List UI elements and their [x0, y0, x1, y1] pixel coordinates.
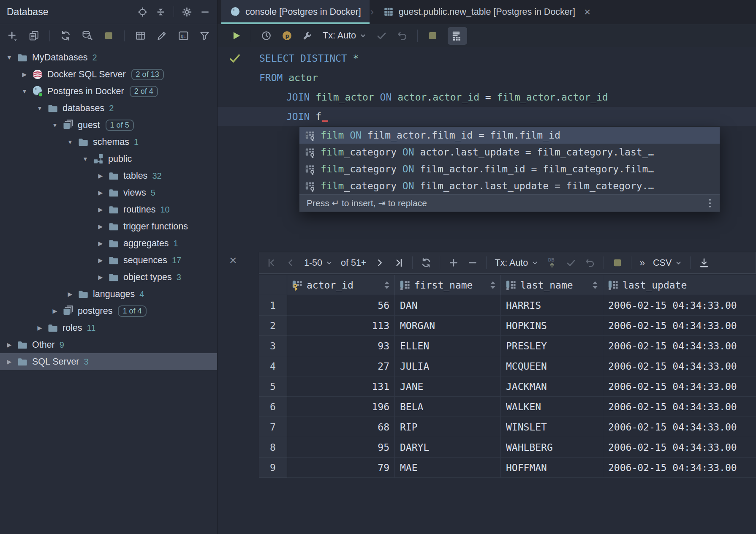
add-row-icon[interactable]: [448, 257, 459, 268]
cell-actor_id[interactable]: 79: [287, 458, 395, 478]
tree-item-routines[interactable]: ▶routines10: [0, 201, 217, 218]
edit-icon[interactable]: [156, 30, 168, 41]
table-row[interactable]: 393ELLENPRESLEY2006-02-15 04:34:33.00: [259, 336, 756, 356]
tree-expand-arrow[interactable]: ▶: [95, 189, 106, 196]
tab-guest-public-new-table[interactable]: guest.public.new_table [Postgres in Dock…: [375, 0, 599, 24]
table-row[interactable]: 427JULIAMCQUEEN2006-02-15 04:34:33.00: [259, 356, 756, 376]
completion-item[interactable]: film_category ON film_actor.last_update …: [299, 177, 720, 194]
tree-item-views[interactable]: ▶views5: [0, 184, 217, 201]
submit-db-icon[interactable]: DB: [547, 257, 557, 268]
tree-expand-arrow[interactable]: ▶: [95, 240, 106, 247]
cell-first_name[interactable]: BELA: [395, 397, 501, 417]
tree-item-public[interactable]: ▼public: [0, 150, 217, 167]
cell-last_name[interactable]: WALKEN: [501, 397, 603, 417]
completion-item[interactable]: film_category ON film_actor.film_id = fi…: [299, 161, 720, 177]
cell-actor_id[interactable]: 95: [287, 437, 395, 458]
cell-last_name[interactable]: PRESLEY: [501, 336, 603, 356]
sort-toggle-icon[interactable]: [593, 281, 598, 289]
previous-page-icon[interactable]: [285, 257, 296, 268]
commit-icon[interactable]: [376, 30, 387, 41]
chevrons-right-icon[interactable]: »: [639, 257, 645, 269]
cell-last_name[interactable]: JACKMAN: [501, 376, 603, 397]
hidden-tabs-chevron-icon[interactable]: ›: [370, 6, 374, 18]
code-line[interactable]: SELECT DISTINCT *: [218, 49, 756, 68]
tree-item-databases[interactable]: ▼databases2: [0, 100, 217, 117]
close-tab-icon[interactable]: ×: [584, 6, 590, 17]
cell-last_update[interactable]: 2006-02-15 04:34:33.00: [603, 295, 756, 316]
tree-item-other[interactable]: ▶Other9: [0, 336, 217, 353]
tree-item-trigger-functions[interactable]: ▶trigger functions: [0, 218, 217, 235]
tree-collapse-arrow[interactable]: ▼: [80, 155, 90, 162]
history-icon[interactable]: [261, 30, 272, 41]
cell-actor_id[interactable]: 131: [287, 376, 395, 397]
in-editor-results-toggle[interactable]: [448, 27, 467, 45]
completion-item[interactable]: film_category ON actor.last_update = fil…: [299, 144, 720, 161]
table-row[interactable]: 156DANHARRIS2006-02-15 04:34:33.00: [259, 295, 756, 316]
cell-last_update[interactable]: 2006-02-15 04:34:33.00: [603, 397, 756, 417]
data-source-properties-icon[interactable]: [82, 30, 93, 41]
table-view-icon[interactable]: [135, 30, 146, 41]
locate-icon[interactable]: [137, 7, 148, 17]
tree-expand-arrow[interactable]: ▶: [19, 71, 30, 78]
cell-last_update[interactable]: 2006-02-15 04:34:33.00: [603, 316, 756, 336]
table-row[interactable]: 895DARYLWAHLBERG2006-02-15 04:34:33.00: [259, 437, 756, 458]
tree-item-tables[interactable]: ▶tables32: [0, 167, 217, 184]
cell-actor_id[interactable]: 27: [287, 356, 395, 376]
column-header-last-name[interactable]: last_name: [501, 275, 603, 295]
tree-expand-arrow[interactable]: ▶: [35, 324, 45, 331]
cell-last_name[interactable]: WAHLBERG: [501, 437, 603, 458]
sort-toggle-icon[interactable]: [490, 281, 496, 289]
cell-first_name[interactable]: JANE: [395, 376, 501, 397]
first-page-icon[interactable]: [266, 257, 277, 268]
cell-actor_id[interactable]: 196: [287, 397, 395, 417]
code-line[interactable]: JOIN film_actor ON actor.actor_id = film…: [218, 87, 756, 107]
add-data-source-button[interactable]: [7, 30, 18, 41]
code-line[interactable]: JOIN f: [218, 107, 756, 126]
cell-last_update[interactable]: 2006-02-15 04:34:33.00: [603, 336, 756, 356]
results-tx-mode-select[interactable]: Tx: Auto: [495, 258, 538, 268]
table-row[interactable]: 979MAEHOFFMAN2006-02-15 04:34:33.00: [259, 458, 756, 478]
stop-icon[interactable]: [103, 30, 114, 41]
cell-first_name[interactable]: JULIA: [395, 356, 501, 376]
sort-toggle-icon[interactable]: [384, 281, 390, 289]
more-options-icon[interactable]: [707, 197, 712, 209]
gear-icon[interactable]: [182, 7, 192, 17]
cell-last_update[interactable]: 2006-02-15 04:34:33.00: [603, 458, 756, 478]
tree-item-object-types[interactable]: ▶object types3: [0, 269, 217, 286]
cell-last_name[interactable]: MCQUEEN: [501, 356, 603, 376]
cell-last_update[interactable]: 2006-02-15 04:34:33.00: [603, 437, 756, 458]
tree-item-postgres[interactable]: ▶postgres1 of 4: [0, 302, 217, 319]
cell-last_name[interactable]: HOPKINS: [501, 316, 603, 336]
tree-expand-arrow[interactable]: ▶: [95, 257, 106, 264]
cell-first_name[interactable]: MAE: [395, 458, 501, 478]
rollback-icon[interactable]: [585, 257, 596, 268]
cell-last_update[interactable]: 2006-02-15 04:34:33.00: [603, 356, 756, 376]
cell-first_name[interactable]: ELLEN: [395, 336, 501, 356]
column-header-last-update[interactable]: last_update: [603, 275, 756, 295]
delete-row-icon[interactable]: [467, 257, 478, 268]
tree-collapse-arrow[interactable]: ▼: [4, 54, 14, 61]
download-icon[interactable]: [699, 257, 710, 268]
code-line[interactable]: FROM actor: [218, 68, 756, 87]
tree-expand-arrow[interactable]: ▶: [50, 308, 60, 314]
tree-collapse-arrow[interactable]: ▼: [19, 88, 30, 95]
cell-first_name[interactable]: MORGAN: [395, 316, 501, 336]
cell-last_update[interactable]: 2006-02-15 04:34:33.00: [603, 417, 756, 437]
reload-data-icon[interactable]: [421, 257, 432, 268]
tree-item-sequences[interactable]: ▶sequences17: [0, 252, 217, 269]
stop-query-icon[interactable]: [427, 30, 438, 41]
tree-expand-arrow[interactable]: ▶: [95, 274, 106, 281]
tree-collapse-arrow[interactable]: ▼: [65, 139, 75, 145]
tree-item-mydatabases[interactable]: ▼MyDatabases2: [0, 49, 217, 66]
cell-first_name[interactable]: DAN: [395, 295, 501, 316]
tree-item-sql-server[interactable]: ▶SQL Server3: [0, 353, 217, 370]
commit-icon[interactable]: [566, 257, 577, 268]
collapse-all-icon[interactable]: [155, 7, 166, 17]
completion-item[interactable]: film ON film_actor.film_id = film.film_i…: [299, 127, 720, 144]
table-row[interactable]: 6196BELAWALKEN2006-02-15 04:34:33.00: [259, 397, 756, 417]
hide-panel-icon[interactable]: [200, 7, 210, 17]
tree-collapse-arrow[interactable]: ▼: [50, 122, 60, 128]
jump-to-console-icon[interactable]: QL: [178, 30, 189, 41]
tree-expand-arrow[interactable]: ▶: [95, 206, 106, 213]
tree-item-languages[interactable]: ▶languages4: [0, 286, 217, 302]
